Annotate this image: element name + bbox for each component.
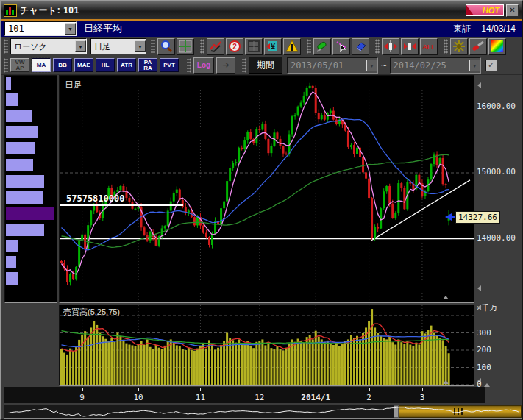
hot-wedge-icon [466, 5, 474, 15]
latest-bar-marker-icon [443, 380, 449, 384]
toolbar-grip[interactable] [375, 39, 380, 54]
expand-bars-button[interactable] [382, 38, 399, 55]
price-tick-label: 14000.00 [477, 233, 516, 243]
toolbar-tools: ローソク▼ 日足▼ 2 ¥ [1, 37, 522, 56]
indicator-hl[interactable]: HL [96, 58, 115, 72]
warning-button[interactable] [283, 38, 301, 55]
vap-bar [6, 207, 54, 220]
indicator-pvt[interactable]: PVT [160, 58, 179, 72]
x-axis-tick [82, 388, 83, 391]
price-chart-canvas[interactable] [60, 76, 474, 302]
indicator-ma[interactable]: MA [32, 58, 51, 72]
x-axis-label: 2014/1 [301, 393, 330, 402]
exchange-date: 東証14/03/14 [453, 23, 516, 35]
indicator-atr[interactable]: ATR [117, 58, 136, 72]
vap-bar [6, 110, 32, 122]
jump-button-disabled: ➔ [216, 57, 235, 74]
axis-scroll-icon[interactable] [477, 305, 481, 310]
symbol-name: 日経平均 [84, 22, 122, 35]
select-arrow-button[interactable] [332, 38, 350, 55]
price-marker-arrow-icon [445, 213, 452, 221]
chart-app-icon [4, 4, 17, 17]
all-icon: ALL [421, 41, 436, 51]
toolbar-grip[interactable] [4, 58, 8, 73]
navigator-grip-icon[interactable] [454, 408, 466, 415]
show-all-button[interactable]: ALL [420, 38, 438, 55]
screwdriver-button[interactable] [469, 38, 487, 55]
hot-button[interactable]: HOT [466, 4, 504, 16]
crosshair-grid-icon [179, 40, 192, 53]
price-tick-label: 16000.00 [477, 102, 516, 111]
toolbar-grip[interactable] [187, 58, 191, 73]
volume-tick-label: 0 [477, 380, 482, 389]
toolbar-grip[interactable] [307, 39, 311, 54]
volume-panel[interactable] [59, 305, 474, 386]
circled-2-button[interactable]: 2 [226, 38, 243, 55]
vap-bar [6, 256, 16, 268]
toolbar-grip[interactable] [4, 39, 8, 54]
range-navigator[interactable] [4, 405, 522, 419]
vap-bar [6, 159, 33, 171]
vap-bar [6, 272, 18, 285]
eraser-icon [354, 40, 367, 53]
log-scale-button[interactable]: Log [193, 57, 214, 74]
navigator-handle[interactable] [394, 405, 399, 418]
range-tilde: ~ [381, 60, 387, 71]
marker-pen-icon [316, 40, 329, 53]
toolbar-grip[interactable] [151, 39, 155, 54]
close-icon[interactable]: ✕ [506, 4, 519, 17]
vap-bar [6, 191, 43, 204]
chart-type-combo[interactable]: ローソク▼ [10, 38, 87, 54]
toolbar-grip[interactable] [242, 58, 246, 73]
axis-scroll-icon[interactable] [477, 285, 481, 291]
toolbar-indicators: VW AP MA BB MAE HL ATR PA RA PVT Log ➔ 期… [1, 56, 522, 75]
x-axis-tick [260, 388, 260, 391]
price-tick-label: 15000.00 [477, 167, 516, 177]
timeframe-combo[interactable]: 日足▼ [90, 38, 146, 54]
chevron-down-icon: ▼ [366, 60, 377, 71]
crosshair-grid-button[interactable] [177, 38, 194, 55]
axis-scroll-icon[interactable] [477, 82, 481, 88]
symbol-code-combo[interactable]: 101 ▼ [4, 21, 77, 36]
volume-canvas[interactable] [60, 305, 474, 385]
volume-tick-label: 300 [477, 328, 491, 338]
indicator-para[interactable]: PA RA [138, 58, 157, 72]
period-button[interactable]: 期間 [249, 57, 282, 74]
yen-width-button[interactable]: ¥ [264, 38, 282, 55]
marker-pen-button[interactable] [313, 38, 331, 55]
x-axis-label: 9 [79, 393, 85, 402]
indicator-vwap[interactable]: VW AP [10, 58, 29, 72]
volume-panel-label: 売買高(5,25,75) [63, 307, 120, 318]
x-axis-tick [138, 388, 139, 391]
chart-window: チャート: 101 HOT ✕ 101 ▼ 日経平均 東証14/03/14 ロー… [0, 0, 523, 420]
price-chart-panel[interactable] [59, 75, 474, 303]
toolbar-grip[interactable] [200, 39, 204, 54]
eraser-button[interactable] [352, 38, 369, 55]
date-from-combo[interactable]: 2013/05/01▼ [287, 57, 378, 74]
expand-bars-icon [384, 40, 397, 53]
chevron-down-icon[interactable]: ▼ [65, 23, 76, 35]
vap-underline [60, 204, 183, 206]
vap-bar [6, 93, 18, 106]
toolbar-grip[interactable] [444, 39, 448, 54]
shrink-bars-button[interactable] [401, 38, 419, 55]
indicator-mae[interactable]: MAE [74, 58, 93, 72]
volume-tick-label: 100 [477, 363, 491, 372]
title-bar[interactable]: チャート: 101 HOT ✕ [1, 1, 522, 19]
symbol-code-value: 101 [5, 24, 65, 34]
circled-2-icon: 2 [228, 40, 241, 53]
range-checkbox[interactable]: ✓ [485, 60, 497, 71]
trendline-draw-button[interactable] [207, 38, 224, 55]
zoom-search-button[interactable] [157, 38, 175, 55]
chevron-down-icon[interactable]: ▼ [75, 40, 86, 52]
starburst-button[interactable] [450, 38, 468, 55]
vap-bar [6, 126, 38, 138]
chevron-down-icon[interactable]: ▼ [135, 40, 146, 52]
axis-end-marker-icon [484, 383, 490, 387]
date-to-combo[interactable]: 2014/02/25▼ [390, 57, 481, 74]
panel-timeframe-label: 日足 [65, 79, 82, 91]
indicator-bb[interactable]: BB [53, 58, 72, 72]
x-axis-label: 12 [255, 393, 264, 402]
volume-at-price-panel[interactable] [4, 75, 57, 303]
rainbow-button[interactable] [488, 38, 506, 55]
